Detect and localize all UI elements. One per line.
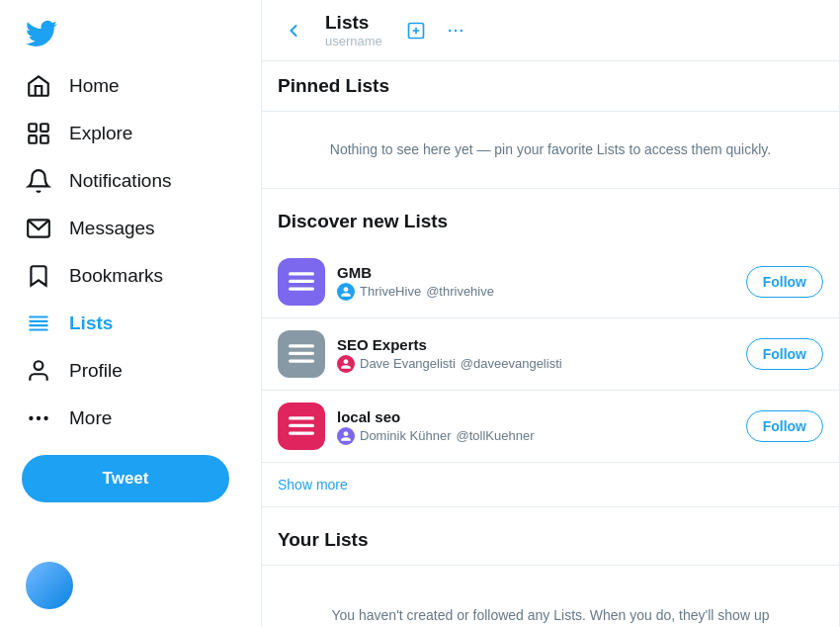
list-item: GMB ThriveHive @thrivehive Follow xyxy=(262,246,839,318)
svg-point-5 xyxy=(35,361,43,370)
messages-icon xyxy=(26,216,51,241)
discover-title: Discover new Lists xyxy=(278,211,823,232)
svg-rect-2 xyxy=(41,135,48,143)
list-avatar-local xyxy=(278,403,325,450)
list-name-gmb: GMB xyxy=(337,264,734,281)
list-owner-handle-local: @tollKuehner xyxy=(457,428,535,443)
owner-avatar-gmb xyxy=(337,283,355,301)
list-owner-name-seo: Dave Evangelisti xyxy=(360,356,456,371)
sidebar-item-notifications-label: Notifications xyxy=(69,170,172,192)
svg-point-8 xyxy=(30,417,32,419)
list-owner-handle-seo: @daveevangelisti xyxy=(461,356,562,371)
your-lists-container: You haven't created or followed any List… xyxy=(262,565,839,627)
sidebar-user-avatar xyxy=(12,552,249,619)
sidebar-item-messages[interactable]: Messages xyxy=(12,206,249,251)
svg-point-12 xyxy=(449,29,452,32)
svg-rect-22 xyxy=(289,424,314,427)
twitter-logo xyxy=(12,8,249,59)
sidebar-item-explore-label: Explore xyxy=(69,123,132,144)
svg-rect-18 xyxy=(289,344,314,347)
owner-avatar-seo xyxy=(337,355,355,373)
owner-avatar-local xyxy=(337,427,355,445)
svg-rect-1 xyxy=(41,124,48,132)
more-options-button[interactable] xyxy=(438,13,473,48)
main-content: Lists username Pinned Lists Nothing to s… xyxy=(262,0,840,627)
follow-button-seo[interactable]: Follow xyxy=(746,338,823,370)
sidebar-item-lists[interactable]: Lists xyxy=(12,301,249,346)
your-lists-empty: You haven't created or followed any List… xyxy=(262,566,839,627)
list-avatar-seo xyxy=(278,330,325,378)
your-lists-section: Your Lists xyxy=(262,515,839,565)
sidebar-item-more[interactable]: More xyxy=(12,396,249,441)
list-owner-local: Dominik Kühner @tollKuehner xyxy=(337,427,734,445)
pinned-lists-title: Pinned Lists xyxy=(278,75,823,97)
tweet-button[interactable]: Tweet xyxy=(22,455,229,502)
more-icon xyxy=(26,405,51,431)
svg-rect-23 xyxy=(289,431,314,434)
follow-button-gmb[interactable]: Follow xyxy=(746,266,823,298)
pinned-lists-empty: Nothing to see here yet — pin your favor… xyxy=(262,112,839,188)
list-info-local: local seo Dominik Kühner @tollKuehner xyxy=(337,408,734,445)
notifications-icon xyxy=(26,168,51,194)
sidebar-item-lists-label: Lists xyxy=(69,313,113,334)
avatar xyxy=(26,562,73,609)
bookmarks-icon xyxy=(26,263,51,289)
svg-rect-3 xyxy=(29,135,37,143)
list-info-seo: SEO Experts Dave Evangelisti @daveevange… xyxy=(337,336,734,373)
list-owner-seo: Dave Evangelisti @daveevangelisti xyxy=(337,355,734,373)
list-name-seo: SEO Experts xyxy=(337,336,734,353)
sidebar-item-explore[interactable]: Explore xyxy=(12,111,249,156)
svg-rect-19 xyxy=(289,352,314,355)
sidebar-item-profile[interactable]: Profile xyxy=(12,348,249,394)
sidebar-item-more-label: More xyxy=(69,407,112,429)
pinned-lists-section: Pinned Lists xyxy=(262,61,839,111)
page-title: Lists xyxy=(325,12,382,34)
sidebar-item-bookmarks[interactable]: Bookmarks xyxy=(12,253,249,299)
sidebar-item-home[interactable]: Home xyxy=(12,63,249,109)
explore-icon xyxy=(26,121,51,146)
lists-icon xyxy=(26,311,51,336)
list-item: SEO Experts Dave Evangelisti @daveevange… xyxy=(262,318,839,391)
sidebar-item-messages-label: Messages xyxy=(69,218,155,239)
list-info-gmb: GMB ThriveHive @thrivehive xyxy=(337,264,734,301)
list-owner-gmb: ThriveHive @thrivehive xyxy=(337,283,734,301)
svg-rect-21 xyxy=(289,416,314,419)
profile-icon xyxy=(26,358,51,384)
show-more-link[interactable]: Show more xyxy=(262,463,839,507)
svg-point-13 xyxy=(455,29,458,32)
svg-rect-15 xyxy=(289,272,314,275)
your-lists-title: Your Lists xyxy=(278,529,823,551)
sidebar-item-profile-label: Profile xyxy=(69,360,123,382)
sidebar-item-bookmarks-label: Bookmarks xyxy=(69,265,163,287)
sidebar-nav: Home Explore Notifications xyxy=(12,63,249,552)
sidebar-item-notifications[interactable]: Notifications xyxy=(12,158,249,204)
pinned-lists-container: Nothing to see here yet — pin your favor… xyxy=(262,111,839,189)
sidebar: Home Explore Notifications xyxy=(0,0,262,627)
new-list-button[interactable] xyxy=(398,13,434,48)
svg-point-14 xyxy=(460,29,462,32)
header-actions xyxy=(398,13,473,48)
home-icon xyxy=(26,73,51,99)
list-avatar-gmb xyxy=(278,258,325,306)
svg-rect-17 xyxy=(289,287,314,290)
list-owner-name-gmb: ThriveHive xyxy=(360,284,421,299)
page-header: Lists username xyxy=(262,0,839,61)
discover-section: Discover new Lists xyxy=(262,197,839,246)
sidebar-item-home-label: Home xyxy=(69,75,120,97)
page-subtitle: username xyxy=(325,34,382,48)
svg-point-7 xyxy=(45,417,47,419)
svg-point-6 xyxy=(38,417,40,419)
list-item: local seo Dominik Kühner @tollKuehner Fo… xyxy=(262,391,839,463)
svg-rect-20 xyxy=(289,359,314,362)
list-owner-handle-gmb: @thrivehive xyxy=(426,284,494,299)
follow-button-local[interactable]: Follow xyxy=(746,410,823,442)
list-name-local: local seo xyxy=(337,408,734,425)
list-owner-name-local: Dominik Kühner xyxy=(360,428,452,443)
svg-rect-0 xyxy=(29,124,37,132)
back-button[interactable] xyxy=(278,15,309,46)
svg-rect-16 xyxy=(289,280,314,283)
header-title-group: Lists username xyxy=(325,12,382,48)
